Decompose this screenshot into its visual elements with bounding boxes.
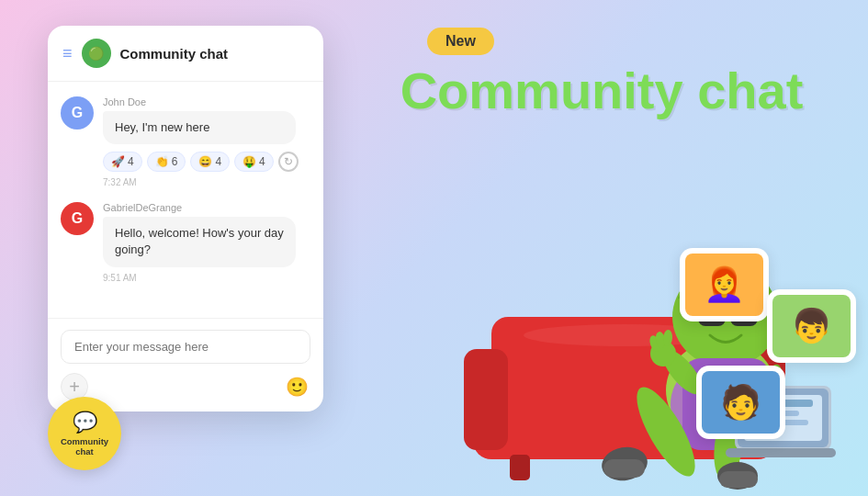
message-group: G John Doe Hey, I'm new here 🚀 4 👏 6 😄 4… [61, 96, 310, 187]
chat-card: ≡ 🟢 Community chat G John Doe Hey, I'm n… [48, 26, 323, 411]
hero-title: Community chat [400, 62, 804, 119]
message-input[interactable] [61, 330, 310, 364]
reaction-pill[interactable]: 🤑 4 [234, 152, 274, 172]
video-bubble-2: 👦 [767, 289, 856, 363]
message-bubble: Hey, I'm new here [103, 111, 296, 144]
svg-rect-31 [603, 459, 645, 478]
svg-rect-34 [719, 471, 758, 488]
badge-icon: 💬 [73, 411, 97, 434]
new-badge: New [427, 28, 494, 55]
message-group: G GabrielDeGrange Hello, welcome! How's … [61, 202, 310, 282]
reaction-pill[interactable]: 🚀 4 [103, 152, 142, 172]
hamburger-icon[interactable]: ≡ [62, 44, 73, 63]
chat-messages: G John Doe Hey, I'm new here 🚀 4 👏 6 😄 4… [48, 82, 323, 318]
video-bubble-1: 👩‍🦰 [680, 248, 769, 321]
message-time: 7:32 AM [103, 177, 299, 187]
svg-rect-4 [510, 455, 530, 480]
community-badge[interactable]: 💬 Communitychat [48, 397, 121, 470]
message-bubble: Hello, welcome! How's your day going? [103, 217, 296, 266]
message-sender: John Doe [103, 96, 299, 107]
video-bubble-3: 🧑 [696, 366, 785, 439]
badge-label: Communitychat [61, 436, 108, 457]
chat-header-title: Community chat [120, 46, 229, 62]
reaction-pill[interactable]: 👏 6 [147, 152, 186, 172]
refresh-icon[interactable]: ↻ [278, 152, 299, 172]
avatar: G [61, 202, 94, 235]
message-sender: GabrielDeGrange [103, 202, 296, 213]
message-time: 9:51 AM [103, 273, 296, 283]
chat-header: ≡ 🟢 Community chat [48, 26, 323, 82]
reactions: 🚀 4 👏 6 😄 4 🤑 4 ↻ [103, 152, 299, 172]
svg-rect-37 [726, 448, 836, 457]
message-content: GabrielDeGrange Hello, welcome! How's yo… [103, 202, 296, 282]
avatar: G [61, 96, 94, 130]
emoji-button[interactable]: 🙂 [283, 373, 310, 400]
chat-actions: + 🙂 [61, 373, 310, 400]
svg-rect-2 [464, 349, 508, 450]
reaction-pill[interactable]: 😄 4 [190, 152, 230, 172]
header-avatar: 🟢 [82, 39, 111, 68]
message-content: John Doe Hey, I'm new here 🚀 4 👏 6 😄 4 🤑… [103, 96, 299, 187]
